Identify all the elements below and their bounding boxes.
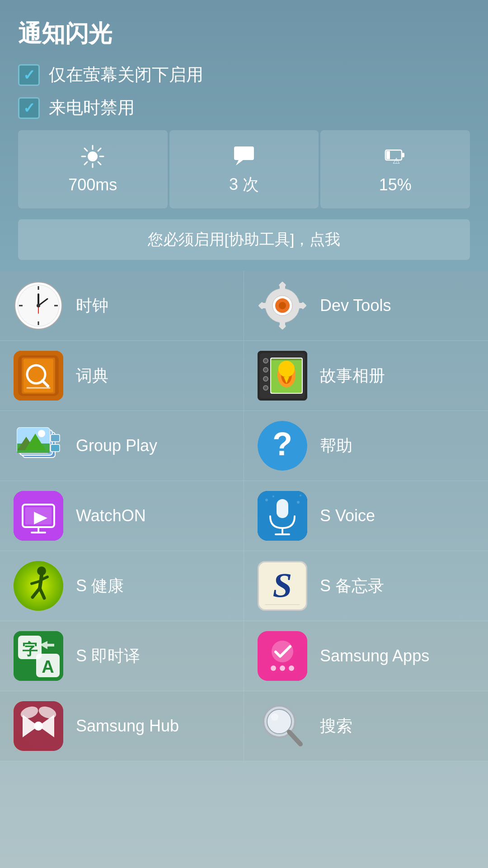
checkmark-icon: ✓: [23, 66, 35, 84]
devtools-app-name: Dev Tools: [320, 296, 391, 315]
svg-line-7: [98, 148, 101, 151]
svg-point-106: [280, 665, 285, 671]
clock-app-icon: [14, 281, 63, 330]
diodict-app-icon: [14, 351, 63, 401]
shealth-app-name: S 健康: [76, 575, 124, 597]
checkbox-incoming-call-box[interactable]: ✓: [18, 97, 40, 119]
svg-point-115: [267, 709, 291, 734]
svg-line-8: [84, 162, 87, 165]
svg-point-55: [278, 361, 295, 377]
app-row-5: S 健康 S S 备忘录: [0, 551, 488, 621]
help-app-name: 帮助: [320, 435, 352, 457]
svg-point-37: [279, 302, 286, 309]
svg-point-24: [37, 304, 40, 307]
stranslator-app-name: S 即时译: [76, 645, 140, 667]
svg-point-117: [271, 713, 278, 721]
svg-point-85: [297, 501, 300, 504]
app-row-3: Group Play ? 帮助: [0, 411, 488, 481]
svg-point-86: [300, 495, 301, 496]
svg-text:S: S: [273, 566, 292, 604]
svg-rect-57: [271, 359, 302, 360]
svg-point-49: [263, 377, 268, 381]
svg-point-0: [88, 152, 97, 161]
checkbox-screen-off-label: 仅在萤幕关闭下启用: [49, 63, 203, 86]
app-list: 时钟: [0, 271, 488, 761]
battery-tile[interactable]: ⚠ 15%: [320, 130, 470, 208]
watchon-app-name: WatchON: [76, 506, 146, 525]
svg-text:?: ?: [272, 426, 292, 462]
app-item-clock[interactable]: 时钟: [0, 271, 244, 340]
svg-point-111: [34, 722, 43, 731]
app-item-watchon[interactable]: WatchON: [0, 481, 244, 551]
svg-text:⚠: ⚠: [393, 156, 400, 165]
svg-text:字: 字: [22, 641, 38, 658]
samsunghub-app-name: Samsung Hub: [76, 717, 179, 736]
samsunghub-app-icon: [14, 701, 63, 751]
count-tile[interactable]: 3 次: [169, 130, 319, 208]
app-item-search[interactable]: 搜索: [244, 691, 488, 761]
checkbox-screen-off[interactable]: ✓ 仅在萤幕关闭下启用: [18, 63, 470, 86]
svg-line-5: [84, 148, 87, 151]
svg-rect-68: [51, 444, 60, 452]
count-value: 3 次: [229, 174, 259, 196]
svg-rect-9: [234, 146, 254, 160]
top-section: 通知闪光 ✓ 仅在萤幕关闭下启用 ✓ 来电时禁用: [0, 0, 488, 271]
app-item-stranslator[interactable]: 字 A S 即时译: [0, 621, 244, 691]
battery-warning-icon: ⚠: [384, 145, 407, 170]
svg-rect-12: [386, 151, 390, 159]
devtools-app-icon: [258, 281, 307, 330]
svg-point-47: [263, 359, 268, 363]
storyalbum-app-name: 故事相册: [320, 365, 385, 387]
checkbox-incoming-call[interactable]: ✓ 来电时禁用: [18, 96, 470, 119]
svg-point-48: [263, 368, 268, 372]
samsungapps-app-name: Samsung Apps: [320, 646, 429, 665]
checkbox-screen-off-box[interactable]: ✓: [18, 64, 40, 86]
svg-point-66: [38, 430, 45, 437]
svoice-app-name: S Voice: [320, 506, 375, 525]
checkbox-incoming-call-label: 来电时禁用: [49, 96, 135, 119]
svg-point-107: [289, 665, 294, 671]
app-row-1: 时钟: [0, 271, 488, 341]
duration-tile[interactable]: 700ms: [18, 130, 168, 208]
svg-line-6: [98, 162, 101, 165]
app-row-7: Samsung Hub 搜索: [0, 691, 488, 761]
svg-point-105: [271, 665, 276, 671]
svg-text:A: A: [42, 657, 54, 676]
svg-rect-80: [277, 499, 288, 518]
app-item-storyalbum[interactable]: 故事相册: [244, 341, 488, 410]
chat-icon: [232, 143, 256, 168]
help-app-icon: ?: [258, 421, 307, 471]
app-item-samsunghub[interactable]: Samsung Hub: [0, 691, 244, 761]
search-app-name: 搜索: [320, 715, 352, 737]
checkmark-icon-2: ✓: [23, 99, 35, 117]
groupplay-app-name: Group Play: [76, 436, 157, 455]
page-title: 通知闪光: [18, 18, 470, 50]
app-item-smemo[interactable]: S S 备忘录: [244, 551, 488, 621]
app-row-2: 词典: [0, 341, 488, 411]
diodict-app-name: 词典: [76, 365, 108, 387]
sun-icon: [81, 145, 104, 170]
svg-rect-13: [402, 153, 404, 157]
svg-point-83: [265, 499, 268, 501]
app-item-help[interactable]: ? 帮助: [244, 411, 488, 481]
svg-rect-67: [51, 434, 60, 442]
duration-value: 700ms: [68, 175, 117, 194]
app-item-diodict[interactable]: 词典: [0, 341, 244, 410]
app-item-shealth[interactable]: S 健康: [0, 551, 244, 621]
app-item-svoice[interactable]: S Voice: [244, 481, 488, 551]
svg-marker-10: [236, 160, 243, 165]
storyalbum-app-icon: [258, 351, 307, 401]
app-item-samsungapps[interactable]: Samsung Apps: [244, 621, 488, 691]
battery-value: 15%: [379, 175, 412, 194]
clock-app-name: 时钟: [76, 295, 108, 317]
svg-rect-63: [17, 450, 50, 453]
app-item-groupplay[interactable]: Group Play: [0, 411, 244, 481]
watchon-app-icon: [14, 491, 63, 541]
app-row-4: WatchON: [0, 481, 488, 551]
app-row-6: 字 A S 即时译: [0, 621, 488, 691]
controls-grid: 700ms 3 次 ⚠ 15%: [18, 130, 470, 208]
assist-banner[interactable]: 您必须启用[协助工具]，点我: [18, 219, 470, 260]
groupplay-app-icon: [14, 421, 63, 471]
app-item-devtools[interactable]: Dev Tools: [244, 271, 488, 340]
samsungapps-app-icon: [258, 631, 307, 681]
